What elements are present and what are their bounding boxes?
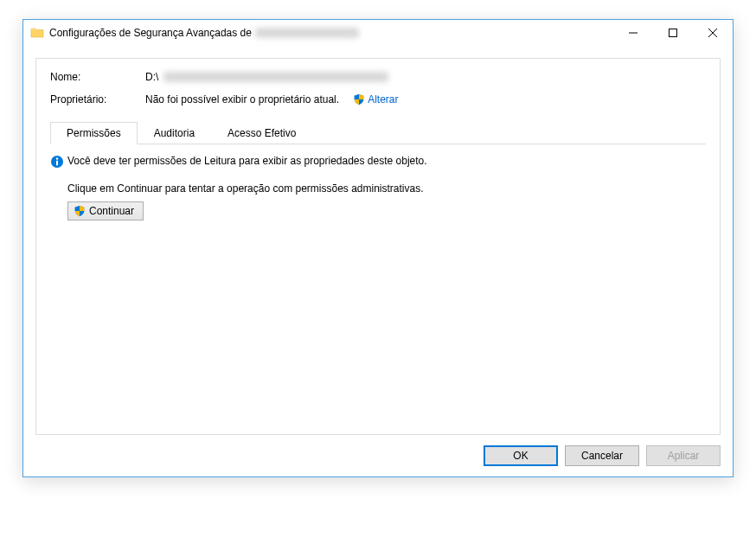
redacted-path <box>163 72 388 82</box>
ok-button[interactable]: OK <box>484 445 558 466</box>
advanced-security-window: Configurações de Segurança Avançadas de … <box>22 19 734 477</box>
tab-permissions[interactable]: Permissões <box>50 122 138 144</box>
tab-effective-access[interactable]: Acesso Efetivo <box>211 122 312 144</box>
instruction-text: Clique em Continuar para tentar a operaç… <box>67 182 706 195</box>
close-button[interactable] <box>693 20 733 46</box>
continue-button[interactable]: Continuar <box>67 201 144 221</box>
apply-button[interactable]: Aplicar <box>646 445 721 466</box>
folder-icon <box>30 26 44 40</box>
owner-label: Proprietário: <box>50 93 145 106</box>
button-bar: OK Cancelar Aplicar <box>35 435 721 466</box>
svg-point-5 <box>56 157 58 159</box>
tabs: Permissões Auditoria Acesso Efetivo <box>50 121 706 144</box>
info-message: Você deve ter permissões de Leitura para… <box>50 155 706 169</box>
cancel-button[interactable]: Cancelar <box>565 445 639 466</box>
name-value: D:\ <box>145 71 388 83</box>
window-title: Configurações de Segurança Avançadas de <box>49 27 613 39</box>
inner-panel: Nome: D:\ Proprietário: Não foi possível… <box>35 58 721 435</box>
svg-rect-6 <box>56 161 58 166</box>
shield-icon <box>74 205 86 217</box>
window-controls <box>613 20 733 46</box>
name-row: Nome: D:\ <box>50 71 706 83</box>
owner-row: Proprietário: Não foi possível exibir o … <box>50 93 706 106</box>
name-label: Nome: <box>50 71 145 83</box>
maximize-button[interactable] <box>653 20 693 46</box>
redacted-text <box>255 28 359 38</box>
info-text: Você deve ter permissões de Leitura para… <box>67 155 427 167</box>
minimize-button[interactable] <box>613 20 653 46</box>
change-owner-link[interactable]: Alterar <box>353 93 398 106</box>
tab-auditing[interactable]: Auditoria <box>138 122 211 144</box>
info-icon <box>50 155 64 169</box>
content-area: Nome: D:\ Proprietário: Não foi possível… <box>23 46 733 476</box>
tab-content: Você deve ter permissões de Leitura para… <box>50 144 706 424</box>
shield-icon <box>353 93 365 106</box>
svg-rect-1 <box>670 29 677 37</box>
owner-value: Não foi possível exibir o proprietário a… <box>145 93 398 106</box>
titlebar: Configurações de Segurança Avançadas de <box>23 20 733 46</box>
